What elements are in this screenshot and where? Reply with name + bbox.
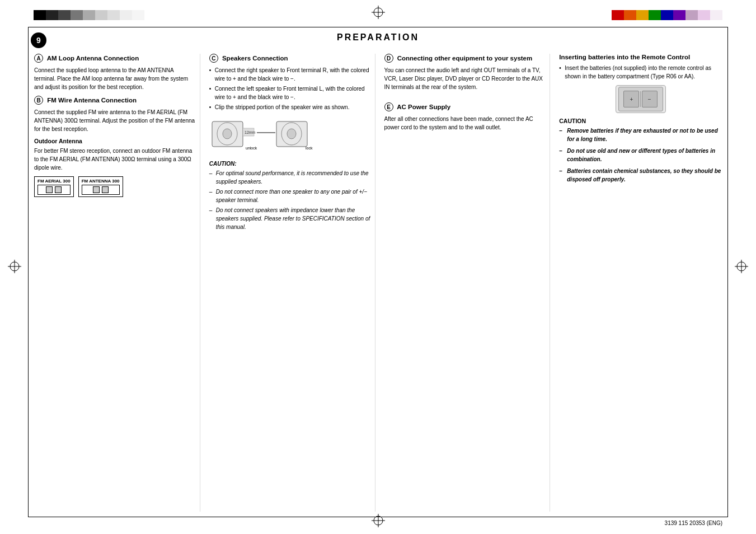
section-b-title: B FM Wire Antenna Connection [34, 96, 196, 105]
circle-e: E [384, 102, 393, 111]
svg-text:lock: lock [306, 146, 313, 150]
antenna-diagram: FM AERIAL 300 FM ANTENNA 300 [34, 176, 196, 197]
column-3: D Connecting other equipment to your sys… [381, 54, 551, 512]
content-area: A AM Loop Antenna Connection Connect the… [31, 54, 725, 512]
reg-mark-bottom [372, 514, 385, 528]
outdoor-antenna-title: Outdoor Antenna [34, 138, 196, 144]
bold-caution-item-2: Do not use old and new or different type… [559, 147, 722, 163]
battery-divider [640, 91, 641, 107]
caution-c-item-1: For optimal sound performance, it is rec… [209, 169, 372, 186]
section-d-body: You can connect the audio left and right… [384, 66, 547, 91]
circle-c: C [209, 54, 218, 63]
ant-terminal-1 [46, 186, 53, 193]
color-gray5 [120, 10, 132, 20]
color-indigo [673, 10, 685, 20]
ant-terminal-2 [55, 186, 62, 193]
color-light-lavender [698, 10, 710, 20]
color-gray1 [71, 10, 83, 20]
speakers-bullet-2: Connect the left speaker to Front termin… [209, 85, 372, 101]
border-right [727, 27, 728, 517]
svg-point-20 [287, 129, 296, 139]
color-black [34, 10, 46, 20]
bottom-page-info: 3139 115 20353 (ENG) [665, 520, 722, 526]
color-lavender [685, 10, 698, 20]
border-bottom [28, 517, 728, 517]
page: 9 PREPARATION A AM Loop Antenna Connecti… [0, 0, 756, 534]
svg-text:unlock: unlock [246, 146, 257, 150]
color-orange [624, 10, 636, 20]
caution-c-list: For optimal sound performance, it is rec… [209, 169, 372, 231]
circle-d: D [384, 54, 393, 63]
outdoor-antenna-body: For better FM stereo reception, connect … [34, 147, 196, 172]
antenna-terminals-right [82, 185, 120, 195]
section-a-title: A AM Loop Antenna Connection [34, 54, 196, 63]
column-4: Inserting batteries into the Remote Cont… [556, 54, 725, 512]
ant-terminal-4 [102, 186, 109, 193]
color-pale [710, 10, 722, 20]
column-1: A AM Loop Antenna Connection Connect the… [31, 54, 200, 512]
bold-caution-item-1: Remove batteries if they are exhausted o… [559, 127, 722, 143]
svg-point-14 [223, 129, 232, 139]
reg-mark-right [735, 260, 748, 274]
section-e-title: E AC Power Supply [384, 102, 547, 111]
reg-mark-left [8, 260, 21, 274]
speakers-bullet-list: Connect the right speaker to Front termi… [209, 66, 372, 111]
remote-control-image: + − [616, 85, 666, 113]
speakers-bullet-1: Connect the right speaker to Front termi… [209, 66, 372, 83]
section-a-body: Connect the supplied loop antenna to the… [34, 66, 196, 91]
color-green [649, 10, 661, 20]
main-title: PREPARATION [0, 32, 756, 43]
section-d-title: D Connecting other equipment to your sys… [384, 54, 547, 63]
caution-c-item-3: Do not connect speakers with impedance l… [209, 206, 372, 231]
column-2: C Speakers Connection Connect the right … [206, 54, 375, 512]
color-gray6 [132, 10, 144, 20]
svg-text:12mm: 12mm [245, 130, 256, 134]
battery-plus-sign: + [630, 96, 633, 102]
caution-c-title: CAUTION: [209, 161, 372, 167]
batteries-bullet-1: Insert the batteries (not supplied) into… [559, 64, 722, 81]
border-left [28, 27, 29, 517]
ant-terminal-3 [93, 186, 100, 193]
circle-b: B [34, 96, 43, 105]
border-top [28, 27, 728, 27]
color-gray2 [83, 10, 95, 20]
top-bar-right [612, 10, 722, 20]
batteries-bullet-list: Insert the batteries (not supplied) into… [559, 64, 722, 81]
section-c-title: C Speakers Connection [209, 54, 372, 63]
color-dark2 [58, 10, 71, 20]
circle-a: A [34, 54, 43, 63]
bold-caution-item-3: Batteries contain chemical substances, s… [559, 167, 722, 184]
section-f-title: Inserting batteries into the Remote Cont… [559, 54, 722, 60]
antenna-box-right: FM ANTENNA 300 [78, 176, 123, 197]
remote-body: + − [618, 87, 663, 111]
speakers-bullet-3: Clip the stripped portion of the speaker… [209, 103, 372, 111]
caution-f-heading: CAUTION [559, 118, 722, 124]
top-bar-left [34, 10, 144, 20]
battery-minus-sign: − [648, 96, 651, 102]
page-number: 9 [31, 32, 46, 48]
color-gray3 [95, 10, 107, 20]
color-dark1 [46, 10, 58, 20]
antenna-label-right: FM ANTENNA 300 [82, 179, 120, 184]
antenna-terminals-left [37, 185, 71, 195]
caution-c-item-2: Do not connect more than one speaker to … [209, 188, 372, 204]
antenna-box-left: FM AERIAL 300 [34, 176, 74, 197]
color-red [612, 10, 624, 20]
section-e-body: After all other connections have been ma… [384, 115, 547, 132]
antenna-label-left: FM AERIAL 300 [37, 179, 71, 184]
battery-slot-1: + [623, 91, 639, 107]
reg-mark-top [372, 6, 385, 20]
wire-diagram: 12mm unlock lock [209, 116, 372, 156]
color-blue [661, 10, 673, 20]
color-gray4 [107, 10, 120, 20]
bold-caution-list: Remove batteries if they are exhausted o… [559, 127, 722, 184]
section-b-body: Connect the supplied FM wire antenna to … [34, 108, 196, 133]
battery-slot-2: − [642, 91, 658, 107]
color-yellow [636, 10, 649, 20]
